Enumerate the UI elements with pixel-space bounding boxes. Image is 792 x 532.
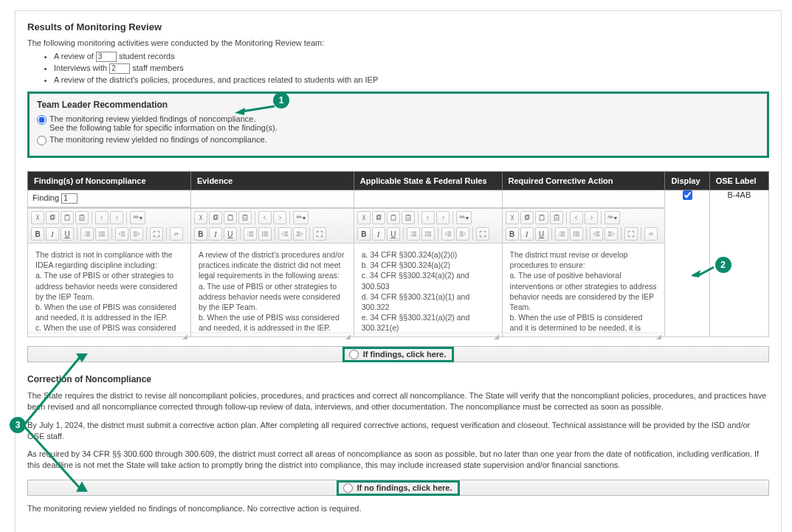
redo-icon[interactable]: [110, 211, 123, 224]
paste-icon[interactable]: [535, 211, 548, 224]
unordered-list-icon[interactable]: [570, 227, 583, 241]
student-records-input[interactable]: 3: [96, 52, 117, 62]
svg-rect-34: [244, 215, 247, 216]
page-container: Results of Monitoring Review The followi…: [15, 10, 782, 532]
unordered-list-icon[interactable]: [258, 227, 272, 241]
redo-icon[interactable]: [273, 211, 286, 224]
bold-button[interactable]: B: [31, 227, 44, 241]
cut-icon[interactable]: [194, 211, 207, 224]
copy-icon[interactable]: [209, 211, 222, 224]
paste-word-icon[interactable]: W: [75, 211, 89, 224]
cut-icon[interactable]: [357, 211, 371, 224]
undo-icon[interactable]: [570, 211, 583, 224]
editor-body-findings[interactable]: The district is not in compliance with t…: [28, 243, 190, 332]
editor-evidence[interactable]: Wᴬᴮᶜ▾BIU123 A review of the district's p…: [191, 208, 354, 336]
editor-action[interactable]: Wᴬᴮᶜ▾BIU123 The district must revise or …: [503, 208, 665, 336]
if-no-findings-bar[interactable]: If no findings, click here.: [27, 480, 769, 496]
paste-icon[interactable]: [224, 211, 237, 224]
cut-icon[interactable]: [31, 211, 44, 224]
finding-number-input[interactable]: 1: [61, 193, 78, 204]
editor-body-rules[interactable]: a. 34 CFR §300.324(a)(2)(i)b. 34 CFR §30…: [354, 243, 502, 332]
resize-handle[interactable]: ◢: [191, 332, 354, 336]
indent-icon[interactable]: [605, 227, 618, 241]
outdent-icon[interactable]: [115, 227, 128, 241]
svg-point-19: [99, 233, 100, 235]
indent-icon[interactable]: [130, 227, 143, 241]
spellcheck-icon[interactable]: ᴬᴮᶜ▾: [130, 211, 145, 224]
paste-word-icon[interactable]: W: [402, 211, 415, 224]
radio-option-compliance[interactable]: The monitoring review yielded no finding…: [37, 135, 760, 145]
cut-icon[interactable]: [506, 211, 519, 224]
unordered-list-icon[interactable]: [95, 227, 109, 241]
editor-body-action[interactable]: The district must revise or develop proc…: [503, 243, 665, 332]
svg-rect-82: [540, 215, 543, 216]
outdent-icon[interactable]: [278, 227, 292, 241]
svg-rect-81: [540, 215, 544, 221]
paste-word-icon[interactable]: W: [550, 211, 563, 224]
undo-icon[interactable]: [258, 211, 272, 224]
editor-toolbar: Wᴬᴮᶜ▾BIU123: [28, 209, 190, 243]
radio-option-noncompliance[interactable]: The monitoring review yielded findings o…: [37, 114, 760, 132]
if-no-findings-radio[interactable]: [343, 483, 353, 493]
spellcheck-icon[interactable]: ᴬᴮᶜ▾: [605, 211, 620, 224]
svg-rect-56: [391, 215, 396, 221]
italic-button[interactable]: I: [209, 227, 222, 241]
maximize-icon[interactable]: [624, 227, 638, 241]
svg-rect-30: [215, 215, 218, 218]
copy-icon[interactable]: [46, 211, 59, 224]
display-checkbox[interactable]: [683, 190, 692, 200]
undo-icon[interactable]: [421, 211, 435, 224]
indent-icon[interactable]: [293, 227, 306, 241]
ordered-list-icon[interactable]: 123: [407, 227, 420, 241]
underline-button[interactable]: U: [387, 227, 400, 241]
italic-button[interactable]: I: [46, 227, 59, 241]
toolbar-separator: [551, 227, 552, 241]
italic-button[interactable]: I: [520, 227, 534, 241]
copy-icon[interactable]: [520, 211, 534, 224]
radio-noncompliance[interactable]: [37, 115, 47, 125]
maximize-icon[interactable]: [476, 227, 489, 241]
outdent-icon[interactable]: [441, 227, 455, 241]
underline-button[interactable]: U: [61, 227, 74, 241]
editor-rules[interactable]: Wᴬᴮᶜ▾BIU123 a. 34 CFR §300.324(a)(2)(i)b…: [354, 208, 502, 336]
svg-rect-31: [228, 215, 233, 221]
link-icon[interactable]: [644, 227, 658, 241]
staff-members-input[interactable]: 2: [109, 63, 130, 74]
radio-compliance[interactable]: [37, 136, 47, 145]
resize-handle[interactable]: ◢: [503, 332, 665, 336]
underline-button[interactable]: U: [535, 227, 548, 241]
editor-body-evidence[interactable]: A review of the district's procedures an…: [191, 243, 354, 332]
svg-rect-7: [66, 215, 69, 216]
link-icon[interactable]: [170, 227, 183, 241]
resize-handle[interactable]: ◢: [28, 332, 190, 336]
svg-rect-29: [213, 216, 216, 220]
maximize-icon[interactable]: [150, 227, 163, 241]
if-findings-bar[interactable]: If findings, click here.: [27, 346, 769, 362]
bold-button[interactable]: B: [194, 227, 207, 241]
indent-icon[interactable]: [456, 227, 469, 241]
paste-icon[interactable]: [387, 211, 400, 224]
spellcheck-icon[interactable]: ᴬᴮᶜ▾: [456, 211, 472, 224]
ordered-list-icon[interactable]: 123: [244, 227, 257, 241]
spellcheck-icon[interactable]: ᴬᴮᶜ▾: [293, 211, 309, 224]
callout-badge-1: 1: [273, 92, 289, 108]
bold-button[interactable]: B: [506, 227, 519, 241]
paste-word-icon[interactable]: W: [238, 211, 252, 224]
redo-icon[interactable]: [436, 211, 450, 224]
paste-icon[interactable]: [61, 211, 74, 224]
editor-findings[interactable]: Wᴬᴮᶜ▾BIU123 The district is not in compl…: [28, 208, 190, 336]
ordered-list-icon[interactable]: 123: [555, 227, 568, 241]
resize-handle[interactable]: ◢: [354, 332, 502, 336]
maximize-icon[interactable]: [313, 227, 326, 241]
bold-button[interactable]: B: [357, 227, 371, 241]
italic-button[interactable]: I: [372, 227, 385, 241]
undo-icon[interactable]: [95, 211, 109, 224]
if-findings-radio[interactable]: [349, 350, 359, 359]
finding-label: Finding: [32, 193, 59, 202]
redo-icon[interactable]: [585, 211, 598, 224]
unordered-list-icon[interactable]: [421, 227, 435, 241]
ordered-list-icon[interactable]: 123: [80, 227, 94, 241]
underline-button[interactable]: U: [224, 227, 237, 241]
copy-icon[interactable]: [372, 211, 385, 224]
outdent-icon[interactable]: [590, 227, 603, 241]
